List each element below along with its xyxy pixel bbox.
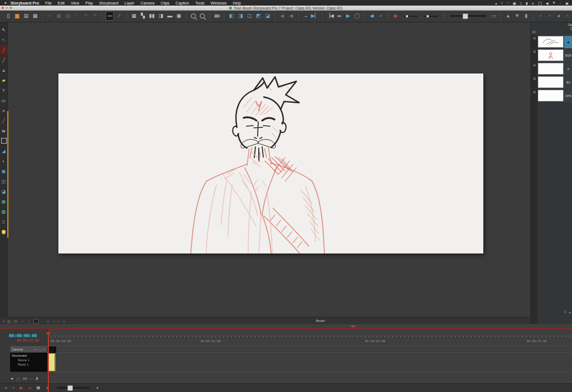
pen-style-icon[interactable]: ∕ [116,12,123,20]
guide-marks2-icon[interactable]: ⋮ [27,319,30,323]
zoom-slider[interactable] [450,15,486,17]
trash-tool[interactable]: ▯ [0,216,8,227]
save-icon[interactable]: ▤ [22,12,30,20]
hand-tool[interactable]: w [0,126,8,136]
wifi-icon[interactable]: ▼ [552,1,556,4]
mic-icon[interactable]: ▮ [523,12,530,20]
menu-camera[interactable]: Camera [140,1,154,5]
stamp-tool[interactable]: ▲ [0,65,8,75]
add-transition-icon[interactable]: + [12,386,15,390]
play-button[interactable]: ▶ [345,12,352,20]
stage-timeline-splitter[interactable]: ◂▮▸ [0,324,572,329]
clock-icon[interactable]: ◯ [538,1,542,5]
3d-toggle-button[interactable]: 3D [213,12,221,20]
duplicate-panel-icon[interactable]: ◫ [246,12,253,20]
stop-button[interactable]: ▭ [28,386,31,390]
add-bitmap-layer-tool[interactable]: ◪ [0,186,8,196]
delete-panel-icon[interactable]: ◩ [255,12,262,20]
menu-tools[interactable]: Tools [195,1,204,5]
zoom-region-icon[interactable]: ◱ [7,319,11,323]
brush-tool[interactable]: ╱ [0,45,8,55]
notification-icon[interactable]: ▣ [565,1,569,5]
panel-tab-camera[interactable]: Cam [568,23,572,27]
sync-icon[interactable]: ◔ [507,1,509,4]
new-panel-before-icon[interactable]: ◨ [237,12,244,20]
split-panel-icon[interactable]: ◪ [264,12,271,20]
light-table-tool[interactable] [0,227,8,237]
stage-view[interactable] [8,22,530,317]
layer-thumbnail[interactable] [538,63,564,75]
timeline-ruler[interactable]: 00:00:00:0000:00:01:0000:00:02:0000:00:0… [47,332,572,345]
text-tool[interactable]: T [0,85,8,95]
column-view-icon[interactable]: ▮▮ [148,12,155,20]
marquee-select-tool[interactable] [0,136,8,146]
layer-thumbnail[interactable] [538,90,564,102]
last-panel-icon[interactable]: ▶▏ [311,12,319,20]
menu-layer[interactable]: Layer [125,1,135,5]
loop-icon[interactable]: ◯ [354,12,361,20]
layer-name-label[interactable]: A [564,63,572,75]
small-slider[interactable] [403,16,418,17]
sound-scrub-icon[interactable]: ◆ [392,12,399,20]
add-scene-tool[interactable]: ▩ [0,206,8,216]
level-dash-icon[interactable]: — [30,377,33,380]
panel-menu-icon[interactable]: ≡ [564,310,566,314]
display-icon[interactable]: ▯ [520,1,521,5]
layer-name-label[interactable]: OHS [564,90,572,102]
add-vector-layer-tool[interactable]: ◫ [0,176,8,186]
flip-h-icon[interactable]: ▫ [53,320,54,323]
dot2-icon[interactable]: · [74,320,75,323]
record-enable-icon[interactable]: ◯ [16,377,20,381]
paint-tool[interactable]: ● [0,105,8,116]
keyboard-icon[interactable]: ▦ [513,1,516,5]
thumbnail-view-icon[interactable]: ▚ [139,12,147,20]
globe-icon[interactable]: ◕ [555,12,562,20]
copy-icon[interactable]: ▣ [55,12,62,20]
next-panel-icon[interactable]: → [302,12,309,20]
workspace-a-icon[interactable]: ▫ [537,12,544,20]
layer-name-label[interactable]: ◆ [564,36,572,48]
zoom-in-icon[interactable] [191,13,196,19]
camera-keyframe-clip[interactable] [48,347,56,353]
storyboard-track-header[interactable]: Storyboard Scene1 Panel1 [10,353,47,372]
layer-name-label[interactable]: BOR [564,49,572,62]
audio-track-label[interactable]: A1 [23,377,27,380]
splitter-handle-icon[interactable]: ◂▮▸ [350,324,356,328]
cut-icon[interactable]: × [46,12,53,20]
menu-windows[interactable]: Windows [211,1,226,5]
spotlight-icon[interactable]: ◌ [560,1,562,4]
panel-frame-tool[interactable]: ▭ [0,95,8,105]
layer-row[interactable]: 11OHS [531,90,572,102]
paste-icon[interactable]: ▨ [64,12,71,20]
current-panel-icon[interactable]: ▫ [34,319,38,324]
layer-name-label[interactable]: BG [564,76,572,89]
undo-icon[interactable]: ↶ [82,12,89,20]
select-tool[interactable]: ↖ [0,25,8,35]
layer-thumbnail[interactable] [538,76,564,88]
menu-storyboard-pro[interactable]: Storyboard Pro [11,1,39,5]
fit-screen-icon[interactable]: ▪ [3,320,4,323]
panel-clip[interactable] [48,353,56,371]
storyboard-view-icon[interactable]: ▣ [175,12,182,20]
dropbox-icon[interactable]: ◆ [532,1,534,5]
sound-toggle-icon[interactable]: ◀ [368,12,376,20]
bluetooth-icon[interactable]: ● [501,1,503,4]
open-project-icon[interactable]: ▆ [13,12,21,20]
layer-row[interactable]: 11BOR [531,49,572,62]
layer-select-tool[interactable]: ▣ [0,166,8,176]
layer-row[interactable]: 11BG [531,76,572,89]
widescreen-view-icon[interactable]: ▬ [166,12,173,20]
panel-expand-icon[interactable]: ▸ [569,310,571,314]
camera-preview-icon[interactable]: ● [377,12,385,20]
zoom-tool[interactable]: ◐ [0,156,8,166]
menu-view[interactable]: View [71,1,79,5]
layer-row[interactable]: 11A [531,63,572,75]
menu-edit[interactable]: Edit [58,1,65,5]
drawing-canvas[interactable] [58,73,483,253]
angle-dash-icon[interactable]: — [62,320,66,323]
new-panel-icon[interactable]: ◧ [228,12,235,20]
redo-icon[interactable]: ↷ [91,12,98,20]
user-icon[interactable]: ▴ [495,1,497,5]
menu-file[interactable]: File [45,1,52,5]
zoom-out-icon[interactable] [200,13,205,19]
